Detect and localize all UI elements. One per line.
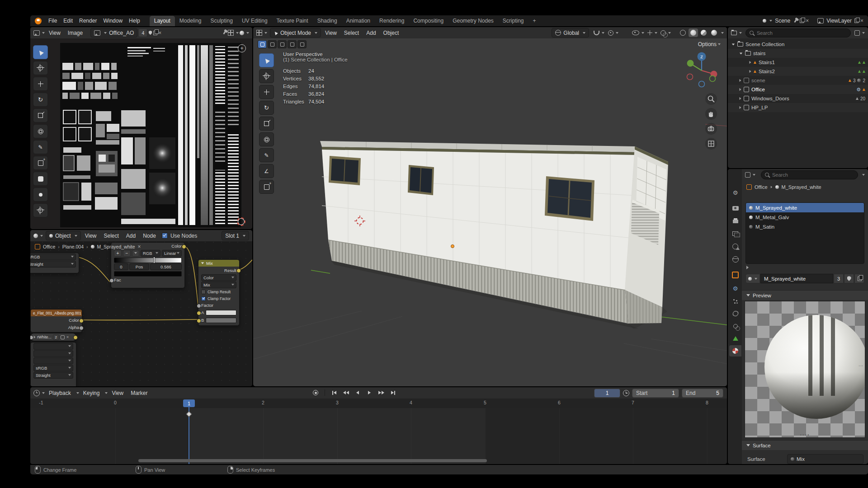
gizmos-icon[interactable] — [647, 30, 652, 35]
playhead[interactable]: 1 — [183, 399, 195, 407]
transform-tool-button[interactable] — [259, 132, 274, 146]
timeline-scrollbar[interactable] — [138, 459, 487, 462]
scene-name[interactable]: Scene — [775, 18, 790, 24]
node-menu-add[interactable]: Add — [123, 232, 139, 240]
tab-tool[interactable]: ⚙ — [729, 187, 741, 198]
albedo-node-title[interactable]: e_Flat_001_Albedo.png.001 — [33, 311, 81, 315]
box-tool-button[interactable] — [33, 156, 48, 170]
node-menu-node[interactable]: Node — [140, 232, 159, 240]
breadcrumb-material[interactable]: M_Sprayed_white — [97, 244, 135, 249]
material-preview[interactable]: ⋮ •••• — [745, 301, 865, 438]
zoom-icon[interactable] — [705, 93, 717, 105]
new-scene-icon[interactable] — [800, 19, 804, 23]
move-tool-button[interactable] — [33, 77, 48, 91]
mix-b-color-swatch[interactable] — [206, 318, 236, 323]
editor-type-chevron[interactable] — [739, 32, 742, 34]
preview-panel-header[interactable]: Preview — [742, 290, 868, 300]
transform-tool-button[interactable] — [33, 124, 48, 138]
vp-menu-object[interactable]: Object — [380, 29, 402, 37]
shading-rendered-button[interactable] — [709, 28, 719, 37]
select-mode-set-button[interactable] — [258, 40, 267, 48]
properties-search[interactable] — [761, 170, 858, 179]
breadcrumb-object[interactable]: Office — [755, 184, 768, 190]
editor-type-chevron[interactable] — [753, 174, 755, 176]
new-view-layer-icon[interactable] — [854, 19, 859, 23]
smear-tool-button[interactable] — [33, 188, 48, 202]
ramp-index-field[interactable]: 0 — [114, 263, 128, 270]
display-options-chevron[interactable] — [862, 174, 865, 176]
tab-scripting[interactable]: Scripting — [498, 16, 528, 26]
material-slot[interactable]: M_Satin — [746, 222, 864, 231]
mix-a-input-socket[interactable] — [197, 311, 201, 315]
mix-data-type-dropdown[interactable]: Color — [201, 274, 236, 281]
tab-rendering[interactable]: Rendering — [375, 16, 409, 26]
play-reverse-button[interactable] — [353, 389, 363, 397]
editor-type-chevron[interactable] — [42, 32, 45, 34]
ramp-gradient-bar[interactable] — [114, 258, 182, 263]
slot-specials-button[interactable] — [746, 266, 749, 269]
viewport-canvas[interactable]: Options User Perspective (1) Scene Colle… — [253, 27, 727, 386]
uv-snap-chevron[interactable] — [236, 32, 239, 34]
tab-material[interactable] — [729, 345, 741, 357]
select-mode-extend-button[interactable] — [268, 40, 277, 48]
select-mode-intersect-button[interactable] — [297, 40, 307, 48]
tab-compositing[interactable]: Compositing — [409, 16, 448, 26]
view-layer-name[interactable]: ViewLayer — [826, 18, 852, 24]
ramp-remove-stop-button[interactable]: − — [123, 250, 131, 257]
timeline-ruler[interactable]: -1 0 1 2 3 4 5 6 7 8 1 — [30, 399, 727, 408]
alpha-mode-dropdown[interactable]: Straight — [33, 372, 73, 379]
zoom-plus-icon[interactable] — [238, 44, 246, 52]
tab-data[interactable] — [729, 333, 741, 344]
collapsed-node-users[interactable]: 2 — [53, 334, 59, 340]
tab-particles[interactable] — [729, 296, 741, 307]
shader-editor-type-icon[interactable] — [33, 234, 38, 238]
scale-tool-button[interactable] — [33, 108, 48, 122]
camera-view-icon[interactable] — [705, 123, 717, 135]
orientation-dropdown[interactable]: Global — [552, 28, 589, 38]
outliner-row-windows-doors[interactable]: Windows_Doors 20 — [728, 94, 868, 103]
albedo-alpha-output-socket[interactable] — [79, 326, 84, 330]
node-menu-view[interactable]: View — [82, 232, 100, 240]
material-slot[interactable]: M_Sprayed_white — [746, 203, 864, 212]
tab-geometry-nodes[interactable]: Geometry Nodes — [448, 16, 498, 26]
jump-to-start-button[interactable] — [329, 389, 339, 397]
uv-display-icon[interactable] — [240, 31, 244, 35]
ramp-pos-value[interactable]: 0.586 — [150, 263, 182, 270]
ramp-stop-color-swatch[interactable] — [114, 271, 182, 277]
outliner-row-scene[interactable]: scene 3 2 — [728, 76, 868, 85]
ramp-add-stop-button[interactable]: + — [114, 250, 122, 257]
tab-physics[interactable] — [729, 308, 741, 319]
proportional-chevron[interactable] — [616, 32, 618, 34]
uv-menu-view[interactable]: View — [46, 29, 64, 37]
new-image-icon[interactable] — [153, 31, 157, 35]
unlink-image-icon[interactable] — [158, 30, 161, 36]
mode-dropdown[interactable]: Object Mode — [270, 28, 321, 38]
tab-view-layer[interactable] — [729, 228, 741, 239]
menu-help[interactable]: Help — [126, 17, 143, 25]
proportional-edit-icon[interactable] — [608, 30, 613, 36]
remove-view-layer-icon[interactable] — [860, 18, 863, 24]
cursor-tool-button[interactable] — [259, 69, 274, 83]
surface-shader-dropdown[interactable]: Mix — [787, 454, 863, 464]
tab-object[interactable] — [729, 269, 741, 281]
vp-menu-add[interactable]: Add — [363, 29, 379, 37]
options-dropdown[interactable]: Options — [698, 41, 721, 47]
add-workspace-button[interactable]: + — [528, 16, 541, 26]
use-nodes-checkbox[interactable] — [162, 233, 168, 239]
shading-wireframe-button[interactable] — [678, 28, 688, 37]
browse-material-button[interactable] — [745, 274, 760, 283]
material-name-field[interactable]: M_Sprayed_white — [760, 274, 833, 283]
material-users-button[interactable]: 3 — [834, 274, 844, 283]
annotate-tool-button[interactable]: ✎ — [33, 140, 48, 154]
fake-user-icon[interactable] — [149, 31, 152, 35]
viewport-editor-type-icon[interactable] — [256, 30, 262, 36]
timeline-track-area[interactable] — [30, 408, 727, 464]
alpha-mode-dropdown[interactable]: Straight — [30, 262, 43, 267]
select-box-tool-button[interactable] — [259, 53, 274, 67]
outliner-row-stairs2[interactable]: Stairs2 — [728, 67, 868, 76]
ramp-fac-input-socket[interactable] — [109, 278, 114, 283]
timeline-editor-type-icon[interactable] — [33, 390, 40, 396]
breadcrumb-object[interactable]: Office — [43, 244, 55, 249]
mix-a-color-swatch[interactable] — [206, 310, 236, 315]
cursor-tool-button[interactable] — [33, 61, 48, 75]
